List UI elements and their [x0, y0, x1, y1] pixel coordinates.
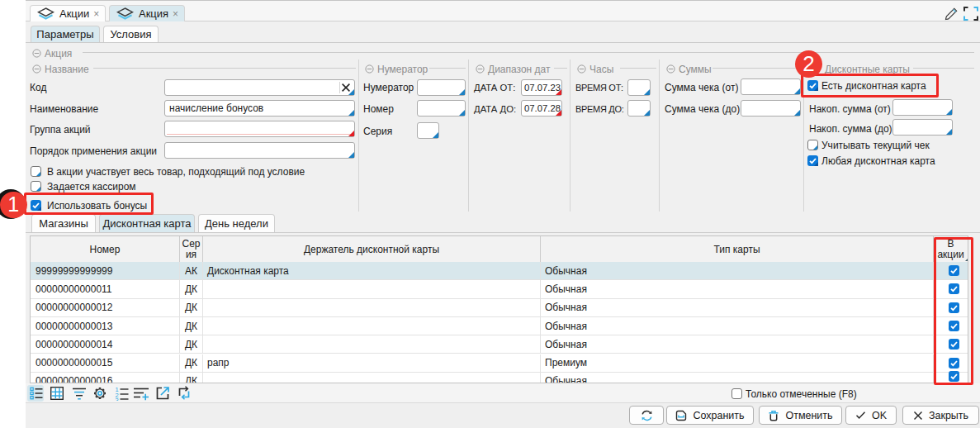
- svg-text:3: 3: [116, 397, 119, 402]
